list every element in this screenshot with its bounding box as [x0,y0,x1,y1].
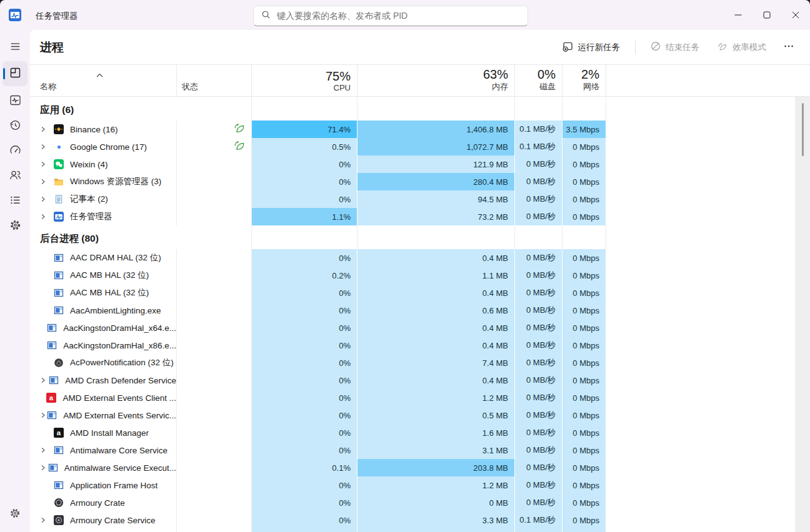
disk-cell: 0 MB/秒 [515,354,562,372]
network-cell: 0 Mbps [562,190,606,208]
process-row[interactable]: Weixin (4)0%121.9 MB0 MB/秒0 Mbps [30,155,606,173]
process-row[interactable]: AcPowerNotification (32 位)0%7.4 MB0 MB/秒… [30,354,606,372]
disk-cell: 0.1 MB/秒 [515,511,562,529]
group-header[interactable]: 应用 (6) [30,97,606,121]
sidebar-item-users[interactable] [2,164,28,189]
sidebar-item-startup-apps[interactable] [2,139,28,164]
disk-cell: 0 MB/秒 [515,284,562,302]
cpu-cell: 0% [252,476,358,494]
process-row[interactable]: Antimalware Service Execut...0.1%203.8 M… [30,459,606,476]
close-button[interactable] [781,0,810,30]
run-new-task-button[interactable]: 运行新任务 [556,37,627,58]
process-row[interactable]: Antimalware Core Service0%3.1 MB0 MB/秒0 … [30,441,606,459]
efficiency-leaf-icon [234,122,245,136]
cpu-cell: 0% [252,494,358,511]
expand-chevron-icon[interactable] [40,377,49,383]
expand-chevron-icon[interactable] [40,214,54,220]
navigation-rail [0,30,30,532]
process-row[interactable]: Application Frame Host0%1.2 MB0 MB/秒0 Mb… [30,476,606,494]
column-header-network[interactable]: 2%网络 [562,65,606,96]
hamburger-icon [9,41,21,55]
process-name: AcPowerNotification (32 位) [70,357,174,368]
expand-chevron-icon[interactable] [40,179,54,185]
column-header-name[interactable]: 名称 [30,65,177,96]
expand-chevron-icon[interactable] [40,465,48,471]
status-cell [177,284,252,302]
memory-cell: 1,406.8 MB [358,121,515,138]
process-name: 记事本 (2) [70,194,108,205]
process-row[interactable]: Windows 资源管理器 (3)0%280.4 MB0 MB/秒0 Mbps [30,173,606,190]
process-name: AAC DRAM HAL (32 位) [70,252,161,264]
memory-cell: 0.5 MB [358,406,515,424]
expand-chevron-icon[interactable] [40,517,54,523]
sidebar-item-services[interactable] [2,214,28,239]
status-cell [177,173,252,190]
network-cell: 0 Mbps [562,284,606,302]
column-header-status[interactable]: 状态 [177,65,252,96]
process-row[interactable]: Armoury Crate Service0%3.3 MB0.1 MB/秒0 M… [30,511,606,529]
process-row[interactable]: AAC DRAM HAL (32 位)0%0.4 MB0 MB/秒0 Mbps [30,249,606,267]
process-row[interactable]: AacAmbientLighting.exe0%0.6 MB0 MB/秒0 Mb… [30,302,606,319]
status-cell [177,459,252,476]
process-row[interactable]: Binance (16)71.4%1,406.8 MB0.1 MB/秒3.5 M… [30,121,606,138]
process-row[interactable]: AMD External Events Servic...0%0.5 MB0 M… [30,406,606,424]
scrollbar-thumb[interactable] [802,103,804,156]
process-row[interactable]: 记事本 (2)0%94.5 MB0 MB/秒0 Mbps [30,190,606,208]
process-name: 任务管理器 [70,211,112,222]
menu-button[interactable] [2,37,28,57]
search-input[interactable]: 键入要搜索的名称、发布者或 PID [253,6,528,26]
network-cell: 0 Mbps [562,354,606,372]
winapp-icon [54,253,64,263]
group-header[interactable]: 后台进程 (80) [30,225,606,249]
winapp-icon [54,288,64,298]
expand-chevron-icon[interactable] [40,161,54,167]
status-cell [177,389,252,406]
more-options-button[interactable] [778,37,800,57]
process-name-cell: AacAmbientLighting.exe [30,302,177,319]
sidebar-item-app-history[interactable] [2,114,28,139]
column-header-disk[interactable]: 0%磁盘 [515,65,562,96]
new-task-icon [562,41,573,54]
process-name-cell: AAC DRAM HAL (32 位) [30,249,177,267]
process-row[interactable]: Armoury Crate0%0 MB0 MB/秒0 Mbps [30,494,606,511]
maximize-button[interactable] [752,0,781,30]
expand-chevron-icon[interactable] [40,412,47,418]
sidebar-item-processes[interactable] [2,61,28,86]
expand-chevron-icon[interactable] [40,126,54,132]
expand-chevron-icon[interactable] [40,447,54,453]
process-row[interactable]: AAC MB HAL (32 位)0%0.4 MB0 MB/秒0 Mbps [30,284,606,302]
expand-chevron-icon[interactable] [40,144,54,150]
minimize-button[interactable] [724,0,752,30]
status-cell [177,138,252,155]
process-name: AAC MB HAL (32 位) [70,287,149,298]
process-name-cell: AMD Crash Defender Service [30,372,177,389]
process-row[interactable]: AacKingstonDramHal_x64.e...0%0.4 MB0 MB/… [30,319,606,337]
disk-cell: 0.1 MB/秒 [515,121,562,138]
column-header-memory[interactable]: 63%内存 [358,65,515,96]
disk-cell: 0 MB/秒 [515,441,562,459]
column-header-cpu[interactable]: 75%CPU [252,65,358,96]
process-row[interactable]: Google Chrome (17)0.5%1,072.7 MB0.1 MB/秒… [30,138,606,155]
network-cell: 0 Mbps [562,494,606,511]
process-row[interactable]: AacKingstonDramHal_x86.e...0%0.4 MB0 MB/… [30,337,606,354]
process-row[interactable]: aAMD External Events Client ...0%1.2 MB0… [30,389,606,406]
settings-button[interactable] [2,502,28,527]
memory-cell: 0.6 MB [358,302,515,319]
expand-chevron-icon[interactable] [40,196,54,202]
network-cell: 0 Mbps [562,267,606,284]
process-row[interactable]: AAC MB HAL (32 位)0.2%1.1 MB0 MB/秒0 Mbps [30,267,606,284]
status-cell [177,354,252,372]
process-row[interactable]: 任务管理器1.1%73.2 MB0 MB/秒0 Mbps [30,208,606,225]
memory-cell: 1.6 MB [358,424,515,441]
list-icon [9,194,22,209]
process-row[interactable]: aAMD Install Manager0%1.6 MB0 MB/秒0 Mbps [30,424,606,441]
efficiency-mode-button[interactable]: 效率模式 [711,37,772,58]
process-row[interactable]: AMD Crash Defender Service0%0.4 MB0 MB/秒… [30,372,606,389]
main-panel: 进程 运行新任务 结束任务 效率模式 [30,30,810,532]
sidebar-item-details[interactable] [2,189,28,214]
process-name-cell: Antimalware Core Service [30,441,177,459]
disk-cell: 0 MB/秒 [515,459,562,476]
sidebar-item-performance[interactable] [2,89,28,114]
end-task-button[interactable]: 结束任务 [644,37,706,57]
scrollbar-track[interactable] [795,97,810,532]
